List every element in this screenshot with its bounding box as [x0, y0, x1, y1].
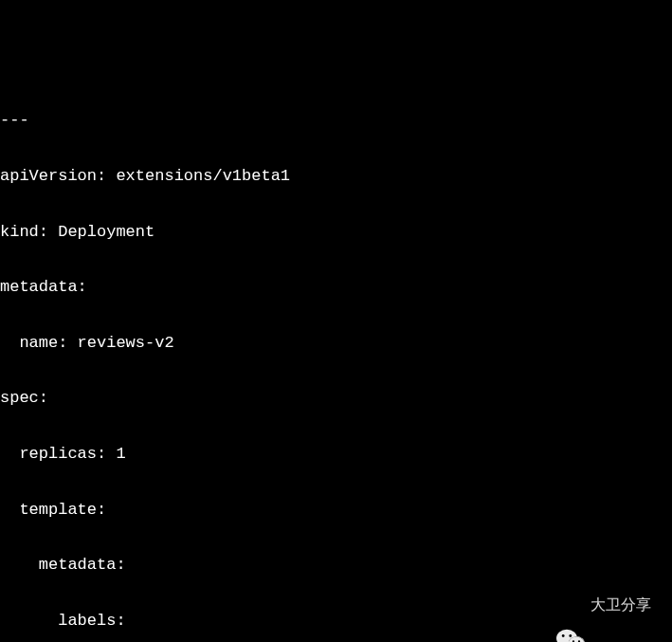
yaml-line: replicas: 1: [0, 445, 672, 464]
yaml-line: ---: [0, 111, 672, 130]
svg-point-4: [562, 634, 565, 637]
yaml-line: kind: Deployment: [0, 223, 672, 242]
yaml-line: apiVersion: extensions/v1beta1: [0, 167, 672, 186]
wechat-icon: [556, 593, 585, 617]
terminal-output: --- apiVersion: extensions/v1beta1 kind:…: [0, 74, 672, 642]
yaml-line: template:: [0, 501, 672, 520]
yaml-line: spec:: [0, 389, 672, 408]
watermark: 大卫分享: [556, 593, 651, 617]
svg-point-5: [569, 634, 572, 637]
yaml-line: name: reviews-v2: [0, 334, 672, 353]
yaml-line: metadata:: [0, 278, 672, 297]
yaml-line: metadata:: [0, 556, 672, 575]
watermark-text: 大卫分享: [590, 596, 651, 614]
